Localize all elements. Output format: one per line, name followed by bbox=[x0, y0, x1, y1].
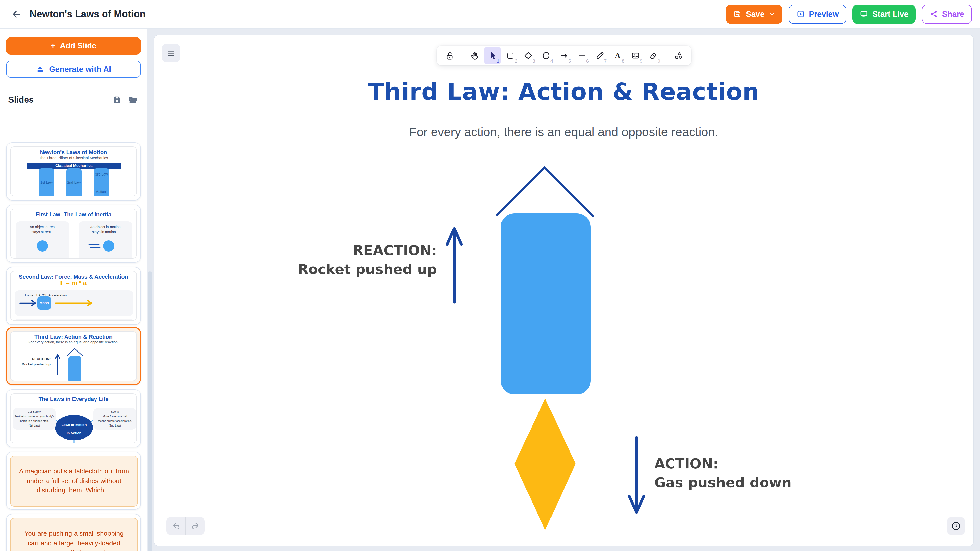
ellipse-icon bbox=[541, 51, 551, 61]
save-button[interactable]: Save bbox=[726, 4, 782, 24]
undo-icon bbox=[171, 521, 180, 530]
question-box: A magician pulls a tablecloth out from u… bbox=[10, 456, 138, 507]
help-icon bbox=[951, 521, 961, 531]
hand-tool[interactable] bbox=[466, 47, 483, 64]
slide-thumbnail-1[interactable]: Newton's Laws of Motion The Three Pillar… bbox=[6, 142, 141, 200]
shapes-tool[interactable] bbox=[670, 47, 687, 64]
mini-reaction-label: Rocket pushed up bbox=[10, 362, 51, 366]
slides-header: Slides bbox=[8, 95, 34, 105]
sidebar-scrollbar[interactable] bbox=[148, 272, 152, 551]
redo-button[interactable] bbox=[186, 517, 205, 535]
diamond-tool[interactable]: 3 bbox=[519, 47, 537, 64]
generate-ai-label: Generate with AI bbox=[49, 65, 111, 74]
mass-box: Mass bbox=[37, 297, 51, 310]
menu-button[interactable] bbox=[162, 44, 180, 62]
question-text: You are pushing a small shopping cart an… bbox=[19, 529, 129, 551]
help-button[interactable] bbox=[947, 517, 965, 535]
eraser-tool[interactable]: 0 bbox=[644, 47, 662, 64]
slide-2-title: First Law: The Law of Inertia bbox=[11, 211, 136, 218]
diamond-icon bbox=[523, 51, 533, 61]
pillar-label: 1st Law bbox=[39, 181, 54, 184]
slide-4-title: Third Law: Action & Reaction bbox=[11, 333, 136, 340]
slide-thumbnail-7[interactable]: You are pushing a small shopping cart an… bbox=[6, 514, 141, 551]
save-deck-icon[interactable] bbox=[112, 95, 122, 105]
image-tool[interactable]: 9 bbox=[627, 47, 644, 64]
slide-thumbnail-6[interactable]: A magician pulls a tablecloth out from u… bbox=[6, 451, 141, 510]
start-live-button[interactable]: Start Live bbox=[853, 4, 916, 24]
question-text: A magician pulls a tablecloth out from u… bbox=[19, 467, 129, 495]
sports-card: Sports More force on a ball means greate… bbox=[94, 408, 136, 430]
hamburger-icon bbox=[166, 48, 176, 58]
undo-button[interactable] bbox=[166, 517, 185, 535]
slide-1-pillar: 1st Law bbox=[39, 168, 54, 197]
monitor-icon bbox=[860, 10, 869, 18]
eraser-icon bbox=[648, 51, 658, 61]
toolbar-divider bbox=[665, 50, 666, 61]
slide-thumbnail-5[interactable]: The Laws in Everyday Life Laws of Motion… bbox=[6, 389, 141, 448]
pillar-label: Action- bbox=[94, 190, 109, 193]
slide-thumbnail-2[interactable]: First Law: The Law of Inertia An object … bbox=[6, 205, 141, 263]
speed-lines bbox=[88, 243, 101, 249]
card-text: (2nd Law) bbox=[94, 424, 136, 427]
reaction-label[interactable]: REACTION: Rocket pushed up bbox=[298, 241, 437, 279]
arrow-tool[interactable]: 5 bbox=[555, 47, 573, 64]
motion-text: An object in motion bbox=[79, 225, 132, 229]
action-down-arrow[interactable] bbox=[629, 438, 644, 512]
toolbar-divider bbox=[462, 50, 462, 61]
reaction-line-2: Rocket pushed up bbox=[298, 260, 437, 279]
card-text: means greater acceleration. bbox=[94, 419, 136, 422]
rocket-nose-cone[interactable] bbox=[497, 167, 593, 216]
slide-3-title: Second Law: Force, Mass & Acceleration bbox=[11, 273, 136, 279]
rocket-body[interactable] bbox=[501, 213, 590, 394]
draw-tool[interactable]: 7 bbox=[591, 47, 608, 64]
editor-canvas-area: 1 2 3 4 5 bbox=[147, 29, 980, 551]
text-tool[interactable]: A 8 bbox=[609, 47, 626, 64]
start-live-label: Start Live bbox=[873, 10, 908, 19]
shapes-icon bbox=[673, 51, 683, 61]
redo-icon bbox=[191, 521, 200, 530]
slide-1-pillar: 2nd Law bbox=[66, 168, 82, 197]
open-folder-icon[interactable] bbox=[128, 95, 138, 105]
tool-shortcut: 1 bbox=[497, 59, 500, 64]
acceleration-label: LARGE Acceleration bbox=[10, 293, 111, 297]
rectangle-icon bbox=[505, 51, 515, 61]
card-text: Sports bbox=[94, 410, 136, 413]
ellipse-tool[interactable]: 4 bbox=[537, 47, 555, 64]
slide-1-subtitle: The Three Pillars of Classical Mechanics bbox=[11, 156, 136, 160]
lock-tool[interactable] bbox=[441, 47, 458, 64]
rest-text: stays at rest... bbox=[16, 230, 69, 233]
document-title: Newton's Laws of Motion bbox=[30, 8, 145, 20]
rocket-flame-diamond[interactable] bbox=[514, 399, 576, 530]
add-slide-button[interactable]: + Add Slide bbox=[6, 37, 141, 55]
back-button[interactable] bbox=[7, 5, 25, 23]
preview-button[interactable]: Preview bbox=[788, 4, 846, 24]
slide-canvas[interactable]: 1 2 3 4 5 bbox=[154, 35, 974, 546]
slide-thumbnail-3[interactable]: Second Law: Force, Mass & Acceleration F… bbox=[6, 267, 141, 325]
motion-text: stays in motion... bbox=[79, 230, 132, 233]
rocket-drawing[interactable] bbox=[154, 35, 974, 546]
selection-tool[interactable]: 1 bbox=[484, 47, 501, 64]
plus-icon: + bbox=[51, 41, 55, 51]
tool-shortcut: 9 bbox=[640, 59, 642, 64]
cursor-icon bbox=[487, 51, 497, 61]
line-tool[interactable]: 6 bbox=[573, 47, 590, 64]
play-icon bbox=[796, 10, 805, 18]
mini-rocket bbox=[64, 347, 86, 381]
card-text: Car Safety bbox=[13, 410, 56, 413]
reaction-up-arrow[interactable] bbox=[447, 229, 461, 302]
chevron-down-icon bbox=[768, 11, 775, 17]
generate-ai-button[interactable]: Generate with AI bbox=[6, 61, 141, 78]
share-button[interactable]: Share bbox=[922, 4, 972, 24]
lock-open-icon bbox=[444, 51, 455, 61]
rectangle-tool[interactable]: 2 bbox=[501, 47, 519, 64]
mini-reaction-arrow bbox=[55, 353, 61, 375]
svg-text:A: A bbox=[615, 51, 620, 59]
ball-in-motion bbox=[103, 240, 115, 251]
action-label[interactable]: ACTION: Gas pushed down bbox=[654, 454, 792, 492]
mindmap-center-label: in Action bbox=[55, 431, 93, 435]
motion-card: An object in motion stays in motion... bbox=[79, 221, 132, 259]
text-icon: A bbox=[612, 51, 622, 61]
action-line-2: Gas pushed down bbox=[654, 473, 792, 492]
history-controls bbox=[166, 517, 205, 535]
slide-thumbnail-4-selected[interactable]: Third Law: Action & Reaction For every a… bbox=[6, 327, 141, 385]
